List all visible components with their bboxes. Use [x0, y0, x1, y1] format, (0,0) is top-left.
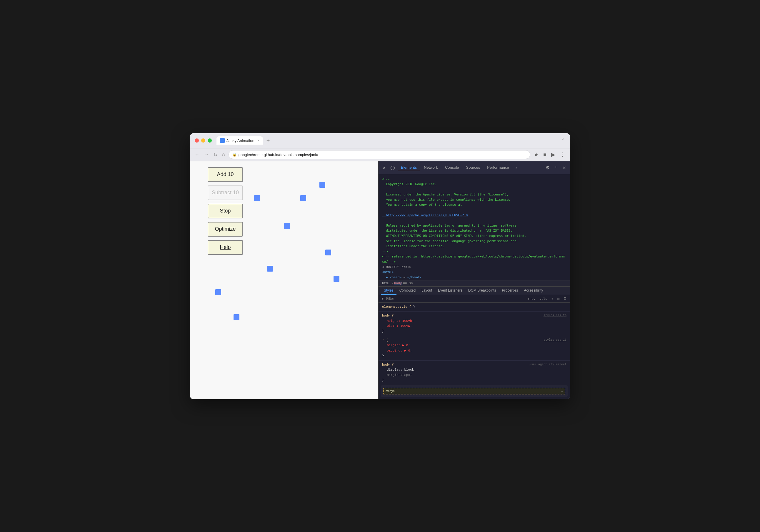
maximize-traffic-light[interactable] — [208, 138, 212, 143]
css-block-body-agent: user agent stylesheet body { display: bl… — [379, 361, 570, 383]
css-close: } — [382, 330, 384, 333]
box-model-area: margin – — [381, 385, 568, 397]
bounce-square — [325, 249, 331, 255]
css-block-element-style: element.style { } — [379, 303, 570, 312]
tab-sources[interactable]: Sources — [463, 164, 483, 171]
css-property-display: display: block; — [387, 367, 566, 373]
css-property-height: height: 100vh; — [387, 319, 566, 324]
styles-panel: ▼ :hov .cls + ◫ ☷ element.style { } — [379, 295, 570, 399]
css-property-margin: margin: ▶ 0; — [387, 343, 566, 348]
css-area: element.style { } styles.css:20 body { h… — [379, 303, 570, 383]
css-property-width: width: 100vw; — [387, 324, 566, 329]
button-panel: Add 10 Subtract 10 Stop Optimize Help — [208, 167, 243, 255]
tab-network[interactable]: Network — [421, 164, 441, 171]
filter-add-button[interactable]: + — [550, 296, 555, 301]
bookmark-button[interactable]: ★ — [533, 150, 540, 159]
new-tab-button[interactable]: + — [266, 138, 270, 144]
breadcrumb-sep: > — [391, 282, 393, 285]
css-selector: body { — [382, 363, 394, 367]
css-close: } — [382, 354, 384, 357]
forward-button[interactable]: → — [203, 151, 210, 158]
css-user-agent-label: user agent stylesheet — [529, 362, 566, 367]
css-block-star: styles.css:15 * { margin: ▶ 0; padding: … — [379, 336, 570, 360]
bt-tab-accessibility[interactable]: Accessibility — [521, 287, 546, 295]
tab-elements[interactable]: Elements — [398, 164, 420, 171]
devtools-panel: ⊼ ◯ Elements Network Console Sources Per… — [378, 161, 570, 399]
filter-box-button[interactable]: ◫ — [556, 296, 561, 301]
tab-favicon — [220, 138, 225, 143]
tab-title: Janky Animation — [226, 138, 255, 143]
css-selector: body { — [382, 314, 394, 317]
main-content: Add 10 Subtract 10 Stop Optimize Help ⊼ … — [190, 161, 570, 399]
box-model-margin-value: – — [559, 389, 565, 393]
inspect-element-button[interactable]: ⊼ — [381, 164, 387, 171]
tab-performance[interactable]: Performance — [484, 164, 512, 171]
page-area: Add 10 Subtract 10 Stop Optimize Help — [190, 161, 378, 399]
stop-button[interactable]: Stop — [208, 204, 243, 218]
back-button[interactable]: ← — [194, 151, 201, 158]
bounce-square — [215, 289, 221, 295]
devtools-more-button[interactable]: ⋮ — [553, 164, 559, 171]
tab-console[interactable]: Console — [442, 164, 462, 171]
filter-bar: ▼ :hov .cls + ◫ ☷ — [379, 295, 570, 303]
bt-tab-styles[interactable]: Styles — [381, 287, 397, 295]
css-close: } — [382, 378, 384, 382]
css-block-body-1: styles.css:20 body { height: 100vh; widt… — [379, 312, 570, 336]
address-text: googlechrome.github.io/devtools-samples/… — [239, 153, 526, 157]
address-bar[interactable]: 🔒 googlechrome.github.io/devtools-sample… — [228, 150, 530, 159]
css-selector: element.style { — [382, 305, 411, 309]
css-source-link[interactable]: styles.css:15 — [544, 338, 566, 342]
bounce-square — [300, 195, 306, 201]
bounce-square — [254, 195, 260, 201]
devtools-html-panel: <!-- Copyright 2016 Google Inc. Licensed… — [379, 174, 570, 280]
breadcrumb-dollar: == $0 — [403, 282, 413, 285]
bounce-square — [234, 314, 239, 320]
devtools-close-button[interactable]: ✕ — [560, 164, 568, 172]
extensions-button[interactable]: ■ — [542, 150, 547, 159]
css-property-margin-strike: margin-↓ 8px; — [387, 373, 566, 378]
tab-close-button[interactable]: × — [257, 138, 260, 143]
bounce-square — [334, 276, 339, 282]
menu-button[interactable]: ⋮ — [559, 150, 566, 159]
bt-tab-properties[interactable]: Properties — [499, 287, 521, 295]
bt-tab-event-listeners[interactable]: Event Listeners — [435, 287, 465, 295]
traffic-lights — [195, 138, 212, 143]
bt-tab-dom-breakpoints[interactable]: DOM Breakpoints — [465, 287, 499, 295]
minimize-traffic-light[interactable] — [201, 138, 205, 143]
more-tabs-button[interactable]: » — [513, 165, 520, 170]
title-bar: Janky Animation × + ⌃ — [190, 133, 570, 149]
devtools-toolbar: ⊼ ◯ Elements Network Console Sources Per… — [379, 161, 570, 174]
css-property-padding: padding: ▶ 0; — [387, 348, 566, 354]
box-model-margin-label: margin — [384, 389, 397, 393]
bt-tab-layout[interactable]: Layout — [418, 287, 435, 295]
add-10-button[interactable]: Add 10 — [208, 167, 243, 182]
help-button[interactable]: Help — [208, 240, 243, 255]
devtools-settings-button[interactable]: ⚙ — [544, 164, 551, 172]
nav-bar: ← → ↻ ⌂ 🔒 googlechrome.github.io/devtool… — [190, 149, 570, 161]
browser-tab[interactable]: Janky Animation × — [216, 136, 263, 145]
reload-button[interactable]: ↻ — [213, 151, 218, 159]
breadcrumb-body[interactable]: body — [394, 282, 402, 285]
filter-hov-button[interactable]: :hov — [526, 296, 537, 301]
filter-input[interactable] — [386, 296, 525, 301]
profile-button[interactable]: ▶ — [550, 150, 556, 159]
filter-icon: ▼ — [381, 296, 384, 301]
css-selector: * { — [382, 338, 388, 342]
optimize-button[interactable]: Optimize — [208, 222, 243, 237]
bt-tab-computed[interactable]: Computed — [397, 287, 418, 295]
subtract-10-button[interactable]: Subtract 10 — [208, 186, 243, 200]
device-toolbar-button[interactable]: ◯ — [389, 164, 397, 171]
css-source-link[interactable]: styles.css:20 — [544, 313, 566, 318]
address-lock-icon: 🔒 — [232, 153, 237, 157]
close-traffic-light[interactable] — [195, 138, 199, 143]
filter-grid-button[interactable]: ☷ — [562, 296, 568, 301]
css-close: } — [413, 305, 415, 309]
nav-actions: ★ ■ ▶ ⋮ — [533, 150, 566, 159]
element-breadcrumb: html > body == $0 — [379, 280, 570, 287]
home-button[interactable]: ⌂ — [221, 151, 226, 158]
filter-actions: :hov .cls + ◫ ☷ — [526, 296, 568, 301]
breadcrumb-html[interactable]: html — [382, 282, 390, 285]
bounce-square — [267, 266, 273, 272]
window-control[interactable]: ⌃ — [561, 137, 565, 144]
filter-cls-button[interactable]: .cls — [538, 296, 548, 301]
